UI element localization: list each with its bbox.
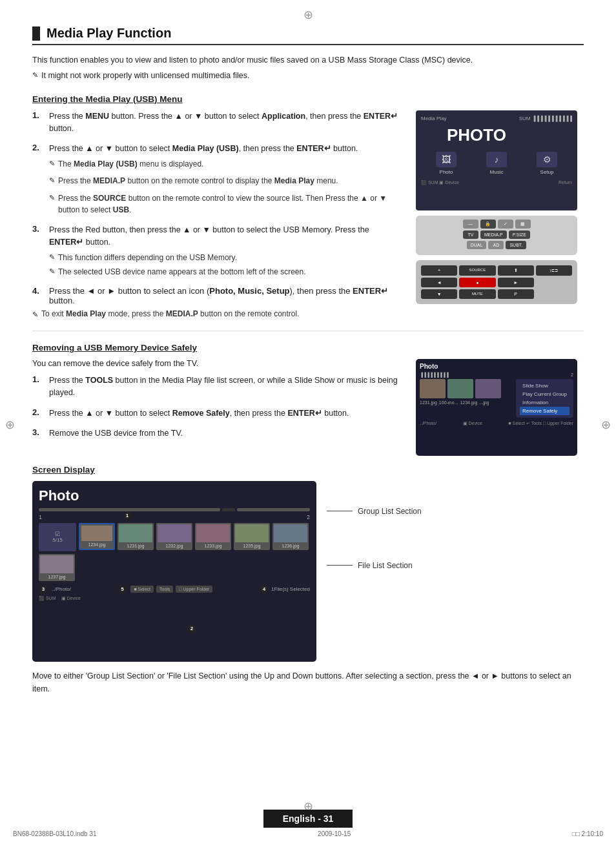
screen-progress-bars	[39, 508, 310, 511]
step-2-note1: ✎ The Media Play (USB) menu is displayed…	[49, 158, 403, 170]
step-3-content: Press the Red button, then press the ▲ o…	[49, 224, 403, 278]
remote-row-1: — 🔒 ✓ ▦	[420, 220, 573, 229]
num-badge-2: 2	[187, 624, 196, 633]
screen-display-heading: Screen Display	[32, 465, 584, 475]
thumb-img-1235	[235, 524, 269, 542]
small-tv-bottom: ../Photo/ ▣ Device ■ Select ↵ Tools □ Up…	[420, 421, 573, 426]
num-badge-3: 3	[39, 585, 48, 594]
screen-bottom-left: 3 ../Photo/	[39, 585, 71, 594]
note-icon: ✎	[32, 71, 38, 79]
file-thumb-1232: 1232.jpg	[156, 523, 192, 550]
tv-photo-icon-box: 🖼	[436, 152, 457, 167]
callout-group-list: Group List Section	[327, 507, 456, 516]
menu-remove-safely: Remove Safely	[520, 407, 570, 415]
removing-step-1-content: Press the TOOLS button in the Media Play…	[49, 374, 404, 400]
step-4-note: ✎ To exit Media Play mode, press the MED…	[32, 309, 403, 319]
step-2-note3-text: Press the SOURCE button on the remote co…	[58, 192, 403, 216]
remote-row-3: DUAL AD SUBT.	[420, 241, 573, 249]
step-3-note2-text: The selected USB device name appears at …	[58, 266, 306, 278]
num-badge-1: 1	[123, 511, 132, 520]
progress-bar-sep	[222, 508, 235, 511]
thumb-img-1234	[81, 526, 112, 541]
footer-page-label: English - 31	[263, 810, 353, 828]
file-thumb-1237: 1237.jpg	[39, 554, 75, 581]
tv-setup-icon-item: ⚙ Setup	[537, 152, 557, 175]
step-1-text: Press the MENU button. Press the ▲ or ▼ …	[49, 110, 403, 136]
screen-counter-area: ☑ 5/15	[39, 523, 76, 551]
removing-step-1-num: 1.	[32, 374, 44, 400]
small-tv-filenames: 1231.jpg 100-mo... 1234.jpg ...jpg	[420, 400, 513, 405]
small-tv-progress-label: ▐▐▐▐▐▐▐▐▐	[420, 373, 449, 377]
footer-doc-id: BN68-02388B-03L10.indb 31	[13, 830, 97, 837]
thumb-img-1237	[40, 555, 74, 573]
callout-dash-2	[327, 565, 353, 566]
tv-top-bar: Media Play SUM ▐▐▐▐▐▐▐▐▐▐▐	[421, 116, 572, 121]
removing-section: You can remove the device safely from th…	[32, 359, 584, 456]
removing-step-3-text: Remove the USB device from the TV.	[49, 427, 404, 440]
small-tv-thumbs	[420, 379, 513, 398]
menu-info: Information	[520, 398, 570, 407]
step-2-note2: ✎ Press the MEDIA.P button on the remote…	[49, 175, 403, 187]
section-divider-1	[32, 331, 584, 331]
page-footer: English - 31 BN68-02388B-03L10.indb 31 2…	[0, 810, 616, 837]
screen-group-1: 1	[39, 514, 42, 520]
remote-btn-psize: P.SIZE	[509, 230, 530, 239]
tv-bottom-bar: ⬛ SUM ▣ Device Return	[421, 180, 572, 185]
remote2-grid: + SOURCE ⬆ |⊏⊐ ◄ ● ► ▼ MUTE P	[421, 265, 572, 299]
step-4-text: Press the ◄ or ► button to select an ico…	[49, 286, 403, 305]
remote-btn-mediap: MEDIA.P	[480, 230, 507, 239]
thumb-label-1231: 1231.jpg	[127, 544, 145, 548]
photo-screen-container: Photo 1 1 2	[32, 481, 584, 662]
screen-counter-box: ☑ 5/15	[39, 523, 76, 551]
screen-files-selected: 1File(s) Selected	[271, 586, 310, 592]
screen-sum-label: ⬛ SUM	[39, 596, 56, 601]
num-badge-5: 5	[118, 585, 127, 594]
small-tv-bar: ▐▐▐▐▐▐▐▐▐ 2	[420, 373, 573, 377]
callout-file-list-label: File List Section	[358, 561, 413, 570]
intro-note: ✎ It might not work properly with unlice…	[32, 70, 584, 85]
step-3-note1: ✎ This function differs depending on the…	[49, 252, 403, 264]
screen-bottom-bar: 3 ../Photo/ 5 ■ Select Tools □ Upper Fol…	[39, 585, 310, 594]
thumb-img-1231	[119, 524, 152, 542]
thumb-label-1232: 1232.jpg	[166, 544, 183, 548]
crosshair-top-icon: ⊕	[303, 8, 313, 22]
step-1-content: Press the MENU button. Press the ▲ or ▼ …	[49, 110, 403, 136]
file-thumb-1236: 1236.jpg	[272, 523, 309, 550]
footer-date: 2009-10-15	[318, 830, 351, 837]
removing-step-2: 2. Press the ▲ or ▼ button to select Rem…	[32, 407, 404, 420]
remote-control-1: — 🔒 ✓ ▦ TV MEDIA.P P.SIZE DUAL AD SUBT.	[416, 216, 577, 255]
tv-screen-media-play: Media Play SUM ▐▐▐▐▐▐▐▐▐▐▐ PHOTO 🖼 Photo…	[416, 110, 577, 210]
callout-dash-1	[327, 511, 353, 511]
remote2-btn-source: SOURCE	[459, 265, 495, 276]
thumb-3	[475, 379, 501, 398]
file-thumb-1235: 1235.jpg	[234, 523, 270, 550]
remote2-btn-plus: +	[421, 265, 457, 276]
remote2-btn-mute: MUTE	[459, 289, 495, 299]
tv-setup-icon-box: ⚙	[537, 152, 557, 167]
step-2-note1-text: The Media Play (USB) menu is displayed.	[58, 158, 203, 170]
menu-play-group: Play Current Group	[520, 390, 570, 398]
step-2-num: 2.	[32, 143, 44, 216]
screen-path: ../Photo/	[52, 586, 71, 592]
small-tv-counter: 2	[571, 373, 573, 377]
small-tv-controls: ■ Select ↵ Tools □ Upper Folder	[508, 421, 573, 426]
page-container: ⊕ ⊕ ⊕ Media Play Function This function …	[0, 0, 616, 849]
bottom-description: Move to either 'Group List Section' or '…	[32, 670, 584, 695]
tv-media-play-label: Media Play	[421, 116, 447, 121]
small-tv-thumbs-area: 1231.jpg 100-mo... 1234.jpg ...jpg	[420, 379, 513, 418]
note-icon-3b: ✎	[49, 267, 55, 276]
callout-area: Group List Section File List Section	[327, 481, 456, 662]
remote2-btn-ch: |⊏⊐	[536, 265, 572, 276]
remote-btn-subt: SUBT.	[506, 241, 526, 249]
intro-p2: It might not work properly with unlicens…	[41, 70, 249, 82]
intro-p1: This function enables you to view and li…	[32, 54, 584, 66]
thumb-label-1236: 1236.jpg	[282, 544, 300, 548]
remote2-btn-center: ●	[459, 278, 495, 287]
page-title: Media Play Function	[46, 26, 171, 41]
step-2-note2-text: Press the MEDIA.P button on the remote c…	[58, 175, 338, 187]
tv-return-label: Return	[559, 180, 572, 185]
step-3-text: Press the Red button, then press the ▲ o…	[49, 224, 403, 249]
screen-counter-text: 5/15	[52, 537, 63, 543]
thumb-label-1235: 1235.jpg	[243, 544, 261, 548]
bottom-icon-tools: Tools	[156, 586, 173, 593]
